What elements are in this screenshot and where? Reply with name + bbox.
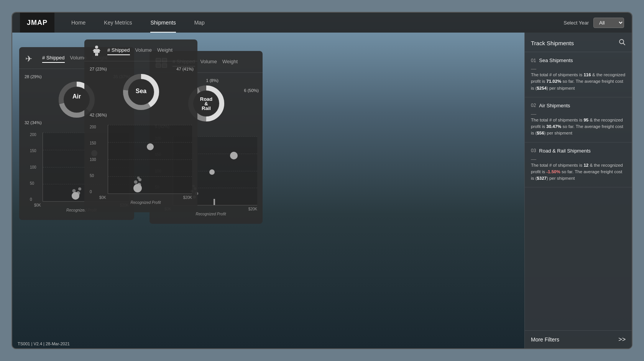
- footer: TS001 | V2.4 | 28-Mar-2021: [18, 341, 70, 346]
- rail-entry-num: 03: [531, 148, 536, 153]
- sea-y-0: 0: [90, 190, 98, 194]
- rail-histogram-bar: [214, 199, 215, 205]
- air-y-0: 0: [30, 197, 38, 202]
- sea-dot-4: [134, 180, 138, 184]
- air-y-100: 100: [30, 165, 38, 169]
- grid-line: [108, 125, 192, 125]
- sea-x-0k: $0K: [99, 195, 106, 200]
- sea-icon: [90, 44, 104, 58]
- sea-tab-volume[interactable]: Volume: [135, 47, 152, 55]
- air-entry-title: Air Shipments: [539, 103, 570, 108]
- svg-rect-11: [95, 53, 97, 56]
- grid-line: [108, 176, 192, 177]
- year-select[interactable]: All 2019 2020 2021: [593, 18, 624, 28]
- right-panel-header: Track Shipments: [525, 33, 632, 52]
- sea-dot-3: [137, 183, 141, 187]
- right-panel: Track Shipments 01 Sea Shipments — The t…: [524, 33, 632, 348]
- air-y-150: 150: [30, 149, 38, 153]
- grid-line: [108, 159, 192, 160]
- grid-line: [108, 142, 192, 143]
- air-entry-dash: —: [531, 111, 626, 117]
- sea-entry-title: Sea Shipments: [539, 57, 573, 63]
- sea-axis-label: Recognized Profit: [99, 200, 192, 205]
- sea-scatter-area: 200 150 100 50 0: [84, 123, 197, 208]
- rail-shipments-entry: 03 Road & Rail Shipments — The total # o…: [525, 143, 632, 188]
- rail-entry-desc: The total # of shipments is 12 & the rec…: [531, 162, 626, 182]
- air-icon: ✈: [25, 52, 38, 66]
- footer-text: TS001 | V2.4 | 28-Mar-2021: [18, 341, 70, 346]
- svg-rect-10: [99, 50, 100, 51]
- logo: JMAP: [20, 13, 54, 33]
- rail-tab-volume[interactable]: Volume: [200, 59, 217, 67]
- sea-tab-weight[interactable]: Weight: [157, 47, 172, 55]
- sea-x-20k: $20K: [183, 195, 192, 200]
- sea-y-100: 100: [90, 158, 98, 162]
- rail-entry-dash: —: [531, 156, 626, 162]
- air-dot-5: [78, 187, 81, 190]
- air-x-0k: $0K: [34, 203, 41, 207]
- air-entry-desc: The total # of shipments is 95 & the rec…: [531, 117, 626, 137]
- sea-y-150: 150: [90, 141, 98, 145]
- sea-scatter-plot: [108, 125, 192, 194]
- sea-dot-6: [137, 176, 140, 179]
- svg-point-7: [95, 46, 98, 49]
- sea-entry-num: 01: [531, 58, 536, 63]
- sea-entry-header: 01 Sea Shipments: [531, 57, 626, 63]
- sea-entry-desc: The total # of shipments is 116 & the re…: [531, 72, 626, 92]
- sea-x-labels: $0K $20K: [99, 194, 192, 200]
- nav-item-home[interactable]: Home: [62, 13, 95, 33]
- navbar: JMAP Home Key Metrics Shipments Map Sele…: [12, 13, 632, 33]
- air-label-bl: 32 (34%): [25, 120, 42, 125]
- select-year-label: Select Year: [564, 20, 589, 26]
- sea-card-header: # Shipped Volume Weight: [84, 39, 197, 61]
- sea-card: # Shipped Volume Weight 47 (41%) 42 (36%…: [84, 39, 197, 212]
- svg-rect-12: [97, 53, 98, 56]
- sea-label-bl: 42 (36%): [90, 113, 107, 117]
- nav-item-keymetrics[interactable]: Key Metrics: [95, 13, 141, 33]
- sea-entry-dash: —: [531, 66, 626, 72]
- nav-right: Select Year All 2019 2020 2021: [564, 18, 624, 28]
- more-filters-button[interactable]: More Filters >>: [525, 330, 632, 348]
- rail-entry-header: 03 Road & Rail Shipments: [531, 148, 626, 154]
- more-filters-arrow-icon: >>: [618, 336, 626, 343]
- sea-dot-1: [147, 143, 154, 150]
- sea-y-50: 50: [90, 174, 98, 178]
- sea-label-tl: 27 (23%): [90, 67, 107, 71]
- sea-y-labels: 200 150 100 50 0: [90, 125, 98, 194]
- sea-y-200: 200: [90, 125, 98, 129]
- air-y-labels: 200 150 100 50 0: [30, 133, 38, 202]
- rail-label-tl: 1 (8%): [206, 78, 219, 83]
- rail-dot-2: [209, 169, 215, 175]
- air-dot-4: [72, 189, 76, 193]
- sea-tab-shipped[interactable]: # Shipped: [107, 47, 130, 55]
- rail-tab-weight[interactable]: Weight: [222, 59, 238, 67]
- rail-x-20k: $20K: [248, 207, 257, 211]
- air-shipments-entry: 02 Air Shipments — The total # of shipme…: [525, 97, 632, 143]
- air-y-50: 50: [30, 181, 38, 185]
- rail-entry-title: Road & Rail Shipments: [539, 148, 590, 154]
- nav-item-map[interactable]: Map: [185, 13, 214, 33]
- air-tab-shipped[interactable]: # Shipped: [42, 55, 65, 63]
- svg-rect-9: [93, 50, 95, 51]
- nav-item-shipments[interactable]: Shipments: [141, 13, 185, 33]
- svg-text:✈: ✈: [25, 54, 32, 64]
- sea-donut-area: 47 (41%) 42 (36%) 27 (23%) Sea: [84, 61, 197, 123]
- sea-donut-labels: 47 (41%) 42 (36%) 27 (23%): [84, 61, 197, 123]
- track-shipments-title: Track Shipments: [531, 40, 574, 46]
- air-y-200: 200: [30, 133, 38, 137]
- main-content: ✈ # Shipped Volume Weight 35 (37%): [12, 33, 632, 348]
- air-label-tl: 28 (29%): [25, 74, 42, 79]
- svg-line-36: [623, 43, 625, 45]
- sea-card-tabs: # Shipped Volume Weight: [107, 47, 172, 55]
- more-filters-label: More Filters: [531, 336, 559, 343]
- nav-items: Home Key Metrics Shipments Map: [62, 13, 564, 33]
- air-entry-num: 02: [531, 103, 536, 108]
- search-icon[interactable]: [619, 39, 626, 47]
- svg-rect-8: [94, 49, 100, 53]
- logo-text: JMAP: [27, 19, 48, 27]
- sea-label-tr: 47 (41%): [176, 67, 194, 71]
- rail-dot-1: [230, 152, 238, 159]
- rail-label-tr: 6 (50%): [244, 88, 259, 93]
- sea-shipments-entry: 01 Sea Shipments — The total # of shipme…: [525, 52, 632, 97]
- air-dot-3: [76, 191, 80, 195]
